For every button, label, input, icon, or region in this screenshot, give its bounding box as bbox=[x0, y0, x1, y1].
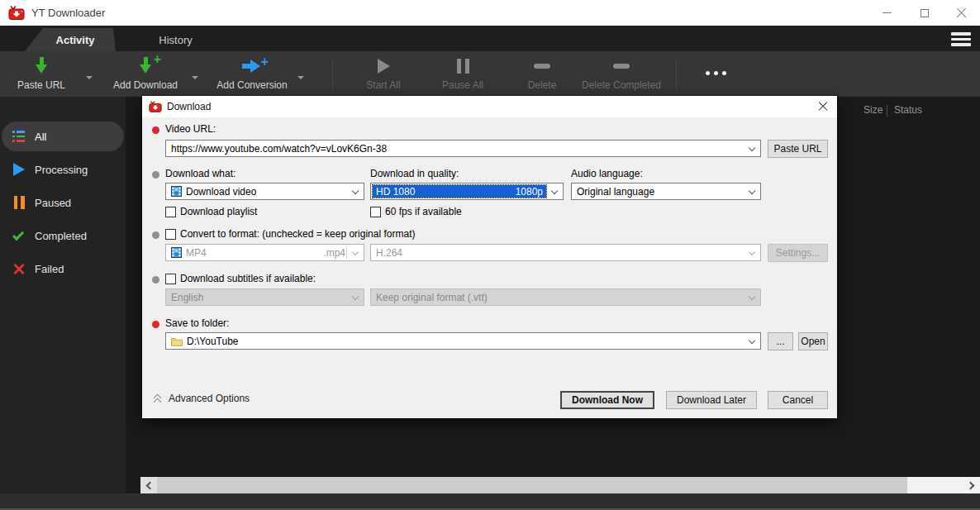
sidebar-item-paused[interactable]: Paused bbox=[0, 186, 126, 219]
chevron-down-icon bbox=[352, 249, 359, 255]
convert-format-combobox[interactable]: MP4 .mp4 bbox=[165, 244, 364, 261]
delete-icon bbox=[534, 55, 550, 77]
add-download-icon: + bbox=[140, 55, 151, 77]
add-download-button[interactable]: + Add Download bbox=[104, 55, 187, 94]
film-icon bbox=[171, 186, 182, 197]
open-folder-button[interactable]: Open bbox=[798, 332, 828, 350]
sidebar-item-all[interactable]: All bbox=[0, 120, 126, 153]
column-header-status[interactable]: Status bbox=[894, 104, 922, 116]
chevron-down-icon bbox=[749, 337, 755, 344]
quality-combobox[interactable]: HD 1080 1080p bbox=[370, 183, 564, 200]
save-folder-label: Save to folder: bbox=[165, 317, 229, 329]
dialog-body: Video URL: https://www.youtube.com/watch… bbox=[142, 117, 837, 418]
chevron-down-icon bbox=[749, 145, 755, 151]
add-download-dropdown[interactable] bbox=[192, 76, 198, 79]
all-filter-icon bbox=[10, 128, 28, 145]
pause-all-icon bbox=[457, 55, 469, 77]
fps-checkbox[interactable]: 60 fps if available bbox=[370, 206, 462, 217]
sidebar-item-completed[interactable]: Completed bbox=[0, 219, 126, 252]
film-icon bbox=[171, 247, 182, 258]
maximize-button[interactable] bbox=[906, 0, 943, 26]
tab-history[interactable]: History bbox=[116, 28, 235, 51]
video-url-combobox[interactable]: https://www.youtube.com/watch?v=vLovK6Gn… bbox=[165, 140, 761, 157]
section-dot bbox=[152, 276, 159, 284]
chevron-right-icon bbox=[967, 481, 975, 489]
video-url-label: Video URL: bbox=[165, 123, 216, 135]
paste-url-button[interactable]: Paste URL bbox=[7, 55, 76, 94]
more-button[interactable] bbox=[692, 55, 739, 94]
codec-combobox[interactable]: H.264 bbox=[370, 244, 761, 261]
download-dialog: Download Video URL: https://www.youtube.… bbox=[142, 96, 837, 418]
toolbar-separator bbox=[332, 58, 333, 91]
scrollbar-track[interactable] bbox=[907, 477, 963, 493]
chevron-down-icon bbox=[352, 188, 359, 194]
advanced-options-toggle[interactable]: Advanced Options bbox=[152, 393, 250, 404]
sidebar-item-failed[interactable]: Failed bbox=[0, 252, 126, 285]
section-dot bbox=[152, 171, 159, 179]
download-what-label: Download what: bbox=[165, 168, 235, 179]
pause-all-button[interactable]: Pause All bbox=[426, 55, 499, 94]
minimize-icon bbox=[882, 12, 892, 13]
scroll-left-button[interactable] bbox=[140, 477, 157, 493]
save-folder-combobox[interactable]: D:\YouTube bbox=[165, 332, 761, 350]
cancel-button[interactable]: Cancel bbox=[768, 391, 828, 409]
dialog-titlebar: Download bbox=[142, 96, 837, 117]
delete-button[interactable]: Delete bbox=[506, 55, 578, 94]
window-title: YT Downloader bbox=[31, 7, 105, 19]
chevron-down-icon bbox=[352, 293, 359, 300]
add-conversion-dropdown[interactable] bbox=[297, 76, 304, 79]
download-now-button[interactable]: Download Now bbox=[560, 391, 654, 409]
paste-url-dropdown[interactable] bbox=[86, 76, 93, 79]
chevron-down-icon bbox=[749, 188, 755, 194]
add-conversion-button[interactable]: + Add Conversion bbox=[210, 55, 294, 94]
convert-format-checkbox[interactable]: Convert to format: (unchecked = keep ori… bbox=[165, 228, 415, 240]
scroll-right-button[interactable] bbox=[963, 477, 980, 493]
section-dot bbox=[152, 231, 159, 239]
tab-activity[interactable]: Activity bbox=[25, 28, 116, 51]
titlebar: YT Downloader bbox=[0, 0, 980, 26]
paste-url-icon bbox=[36, 55, 47, 77]
scrollbar-thumb[interactable] bbox=[157, 477, 907, 493]
subtitles-checkbox[interactable]: Download subtitles if available: bbox=[165, 273, 316, 284]
audio-language-combobox[interactable]: Original language bbox=[571, 183, 761, 200]
column-header-size[interactable]: Size bbox=[863, 104, 882, 116]
toolbar-separator bbox=[676, 58, 677, 91]
paste-url-dialog-button[interactable]: Paste URL bbox=[768, 140, 828, 158]
app-window: YT Downloader Activity History Paste URL… bbox=[0, 0, 980, 510]
close-button[interactable] bbox=[943, 0, 980, 26]
menu-icon[interactable] bbox=[950, 31, 972, 47]
add-conversion-icon: + bbox=[242, 55, 262, 77]
processing-icon bbox=[10, 161, 28, 178]
chevron-down-icon bbox=[749, 293, 755, 300]
app-logo-icon bbox=[8, 6, 25, 20]
browse-folder-button[interactable]: ... bbox=[768, 332, 793, 350]
chevron-down-icon bbox=[749, 249, 755, 255]
status-bar bbox=[0, 493, 980, 510]
more-icon bbox=[706, 71, 726, 75]
double-chevron-up-icon bbox=[152, 395, 162, 402]
start-all-button[interactable]: Start All bbox=[347, 55, 420, 94]
failed-icon bbox=[10, 260, 28, 277]
download-what-combobox[interactable]: Download video bbox=[165, 183, 364, 200]
dialog-logo-icon bbox=[149, 101, 162, 112]
settings-button[interactable]: Settings... bbox=[768, 244, 828, 262]
delete-completed-icon bbox=[613, 55, 630, 77]
start-all-icon bbox=[378, 55, 390, 77]
subtitle-format-combobox[interactable]: Keep original format (.vtt) bbox=[370, 288, 761, 306]
dialog-close-button[interactable] bbox=[817, 101, 829, 112]
chevron-left-icon bbox=[146, 481, 155, 489]
toolbar: Paste URL + Add Download + Add Conversio… bbox=[0, 51, 980, 97]
sidebar: All Processing Paused Completed Failed bbox=[0, 97, 126, 493]
sidebar-item-processing[interactable]: Processing bbox=[0, 153, 126, 186]
quality-label: Download in quality: bbox=[370, 168, 459, 179]
delete-completed-button[interactable]: Delete Completed bbox=[578, 55, 664, 94]
minimize-button[interactable] bbox=[868, 0, 906, 26]
download-playlist-checkbox[interactable]: Download playlist bbox=[165, 206, 257, 217]
download-later-button[interactable]: Download Later bbox=[666, 391, 757, 409]
subtitle-language-combobox[interactable]: English bbox=[165, 288, 364, 306]
folder-icon bbox=[171, 336, 183, 346]
chevron-down-icon bbox=[551, 188, 558, 194]
dialog-title: Download bbox=[167, 101, 211, 112]
required-dot bbox=[152, 321, 159, 328]
required-dot bbox=[152, 126, 159, 134]
